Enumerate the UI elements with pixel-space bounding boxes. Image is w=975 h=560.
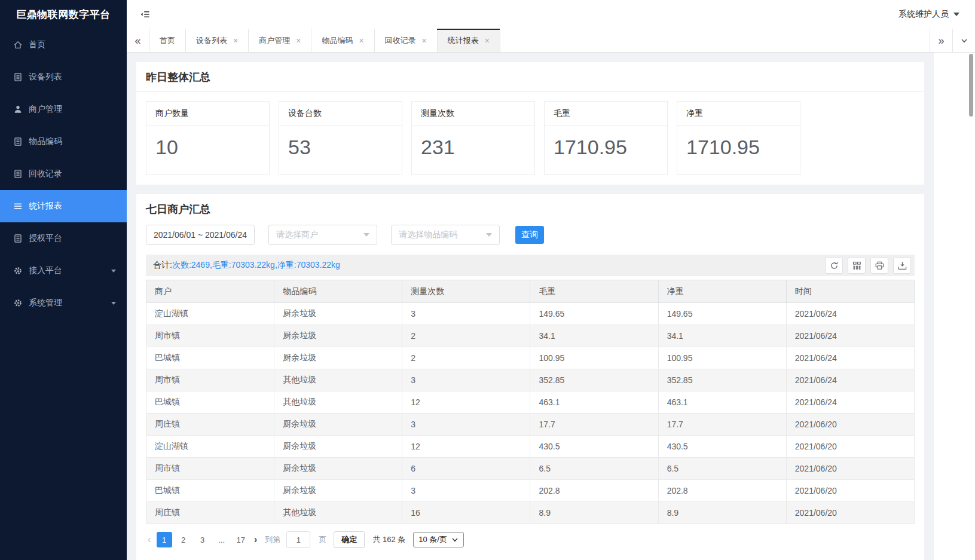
cell-measure-count: 12 <box>402 391 530 414</box>
stat-card: 测量次数231 <box>411 101 535 175</box>
sidebar-item-statistics-report[interactable]: 统计报表 <box>0 190 127 222</box>
column-header-merchant: 商户 <box>146 280 274 303</box>
filter-bar: 请选择商户 请选择物品编码 查询 <box>136 224 924 255</box>
app-window: 巨鼎物联网数字平台 首页设备列表商户管理物品编码回收记录统计报表授权平台接入平台… <box>0 0 975 560</box>
chevron-down-icon <box>451 536 459 543</box>
previous-page-button[interactable]: ‹ <box>146 534 153 546</box>
sidebar-item-access-platform[interactable]: 接入平台 <box>0 255 127 287</box>
sidebar-item-authorized-platform[interactable]: 授权平台 <box>0 222 127 255</box>
sidebar-item-recycle-records[interactable]: 回收记录 <box>0 158 127 190</box>
document-icon <box>13 234 23 243</box>
user-icon <box>13 105 23 114</box>
confirm-page-button[interactable]: 确定 <box>334 531 365 548</box>
merchant-select[interactable]: 请选择商户 <box>268 225 377 245</box>
stat-label: 净重 <box>677 102 800 126</box>
cell-item-code: 厨余垃圾 <box>274 458 402 480</box>
tab-list: 首页设备列表×商户管理×物品编码×回收记录×统计报表× <box>149 29 500 52</box>
cell-net-weight: 6.5 <box>658 458 786 480</box>
cell-gross-weight: 8.9 <box>530 502 658 524</box>
date-range-input[interactable] <box>146 225 255 245</box>
user-menu[interactable]: 系统维护人员 <box>898 9 959 20</box>
item-code-select[interactable]: 请选择物品编码 <box>391 225 500 245</box>
cell-item-code: 厨余垃圾 <box>274 347 402 369</box>
tab-item-code[interactable]: 物品编码× <box>311 29 374 52</box>
vertical-scrollbar-thumb[interactable] <box>969 54 973 117</box>
home-icon <box>13 40 23 50</box>
cell-measure-count: 3 <box>402 480 530 502</box>
sidebar: 巨鼎物联网数字平台 首页设备列表商户管理物品编码回收记录统计报表授权平台接入平台… <box>0 0 127 560</box>
totals-link[interactable]: 次数:2469,毛重:70303.22kg,净重:70303.22kg <box>172 260 340 270</box>
sidebar-item-device-list[interactable]: 设备列表 <box>0 61 127 93</box>
caret-down-icon <box>486 233 492 237</box>
column-settings-button[interactable] <box>848 257 866 274</box>
tab-device-list[interactable]: 设备列表× <box>186 29 249 52</box>
cell-merchant: 巴城镇 <box>146 391 274 414</box>
export-button[interactable] <box>893 257 911 274</box>
tab-label: 物品编码 <box>322 35 353 46</box>
refresh-button[interactable] <box>825 257 843 274</box>
page-button-3[interactable]: 3 <box>195 532 210 547</box>
cell-time: 2021/06/20 <box>786 414 914 436</box>
stat-value: 1710.95 <box>677 126 800 175</box>
cell-gross-weight: 430.5 <box>530 436 658 458</box>
tab-merchant-management[interactable]: 商户管理× <box>249 29 311 52</box>
cell-measure-count: 12 <box>402 436 530 458</box>
print-icon <box>875 261 884 270</box>
stat-value: 1710.95 <box>545 126 667 175</box>
cell-gross-weight: 149.65 <box>530 303 658 325</box>
close-icon[interactable]: × <box>359 36 363 45</box>
sidebar-item-label: 设备列表 <box>29 72 62 82</box>
cell-measure-count: 3 <box>402 414 530 436</box>
tab-home[interactable]: 首页 <box>149 29 186 52</box>
scroll-tabs-left-button[interactable]: « <box>127 29 149 52</box>
close-icon[interactable]: × <box>422 36 427 45</box>
tab-label: 商户管理 <box>259 35 290 46</box>
sidebar-item-item-code[interactable]: 物品编码 <box>0 126 127 158</box>
cell-time: 2021/06/24 <box>786 391 914 414</box>
cell-gross-weight: 34.1 <box>530 325 658 347</box>
cell-item-code: 厨余垃圾 <box>274 414 402 436</box>
collapse-sidebar-button[interactable] <box>140 9 151 20</box>
page-button-1[interactable]: 1 <box>157 532 172 547</box>
scroll-tabs-right-button[interactable]: » <box>930 29 952 52</box>
merchant-select-placeholder: 请选择商户 <box>276 229 363 240</box>
stat-value: 231 <box>412 126 534 175</box>
cell-gross-weight: 17.7 <box>530 414 658 436</box>
report-section-title: 七日商户汇总 <box>136 194 924 224</box>
tab-recycle-records[interactable]: 回收记录× <box>375 29 438 52</box>
cell-merchant: 巴城镇 <box>146 347 274 369</box>
cell-time: 2021/06/20 <box>786 480 914 502</box>
yesterday-summary-card: 昨日整体汇总 商户数量10设备台数53测量次数231毛重1710.95净重171… <box>136 62 924 185</box>
close-icon[interactable]: × <box>233 36 238 45</box>
sidebar-item-label: 物品编码 <box>29 136 62 147</box>
goto-page-input[interactable] <box>286 531 310 548</box>
tabbar-spacer <box>500 29 930 52</box>
column-header-measure-count: 测量次数 <box>402 280 530 303</box>
sidebar-item-system-management[interactable]: 系统管理 <box>0 287 127 319</box>
cell-item-code: 厨余垃圾 <box>274 480 402 502</box>
cell-net-weight: 202.8 <box>658 480 786 502</box>
more-pages-button[interactable]: ... <box>214 532 230 547</box>
summary-section-title: 昨日整体汇总 <box>136 62 924 92</box>
close-icon[interactable]: × <box>485 36 490 45</box>
page-button-2[interactable]: 2 <box>176 532 191 547</box>
caret-down-icon <box>111 270 116 273</box>
sidebar-item-label: 系统管理 <box>29 298 62 308</box>
goto-page-label: 到第 <box>265 534 280 545</box>
close-icon[interactable]: × <box>296 36 301 45</box>
sidebar-item-merchant-management[interactable]: 商户管理 <box>0 93 127 126</box>
print-button[interactable] <box>870 257 888 274</box>
query-button[interactable]: 查询 <box>515 226 544 244</box>
sidebar-item-home[interactable]: 首页 <box>0 29 127 61</box>
page-unit-label: 页 <box>319 534 326 545</box>
cell-net-weight: 463.1 <box>658 391 786 414</box>
cell-item-code: 其他垃圾 <box>274 369 402 391</box>
collapse-tabs-button[interactable] <box>952 29 975 52</box>
next-page-button[interactable]: › <box>252 534 259 546</box>
page-size-select[interactable]: 10 条/页 <box>413 532 464 547</box>
table-toolbar: 合计:次数:2469,毛重:70303.22kg,净重:70303.22kg <box>146 255 915 276</box>
page-button-17[interactable]: 17 <box>233 532 249 547</box>
cell-net-weight: 149.65 <box>658 303 786 325</box>
sidebar-nav: 首页设备列表商户管理物品编码回收记录统计报表授权平台接入平台系统管理 <box>0 29 127 319</box>
tab-statistics-report[interactable]: 统计报表× <box>438 29 500 52</box>
